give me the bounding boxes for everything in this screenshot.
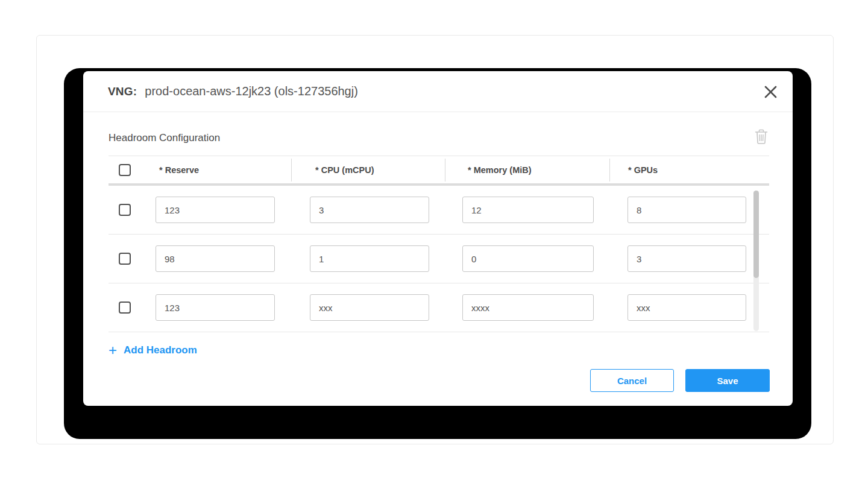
table-row bbox=[108, 186, 769, 235]
close-icon bbox=[764, 85, 778, 99]
cpu-input[interactable] bbox=[310, 294, 429, 321]
table-scrollbar-thumb[interactable] bbox=[753, 191, 759, 278]
table-row bbox=[108, 283, 769, 332]
column-header-memory: * Memory (MiB) bbox=[445, 159, 609, 182]
add-headroom-label: Add Headroom bbox=[124, 344, 197, 356]
select-all-checkbox[interactable] bbox=[119, 164, 131, 176]
header-checkbox-cell bbox=[108, 164, 148, 176]
table-scrollbar-track[interactable] bbox=[753, 191, 759, 331]
cpu-input[interactable] bbox=[310, 197, 429, 223]
save-button[interactable]: Save bbox=[685, 369, 770, 392]
close-button[interactable] bbox=[760, 81, 781, 102]
content-card: VNG: prod-ocean-aws-12jk23 (ols-127356hg… bbox=[36, 35, 834, 444]
cancel-button[interactable]: Cancel bbox=[590, 369, 674, 392]
reserve-input[interactable] bbox=[156, 294, 275, 321]
memory-input[interactable] bbox=[462, 245, 594, 272]
modal-header: VNG: prod-ocean-aws-12jk23 (ols-127356hg… bbox=[83, 71, 793, 112]
gpus-input[interactable] bbox=[627, 245, 746, 272]
row-checkbox[interactable] bbox=[119, 253, 131, 265]
column-header-gpus: * GPUs bbox=[609, 159, 769, 182]
table-row bbox=[108, 235, 769, 283]
trash-icon bbox=[755, 129, 768, 145]
cpu-input[interactable] bbox=[310, 245, 429, 272]
modal-title-label: VNG: bbox=[108, 85, 137, 98]
column-header-cpu: * CPU (mCPU) bbox=[291, 159, 445, 182]
table-header-row: * Reserve * CPU (mCPU) * Memory (MiB) * … bbox=[108, 156, 769, 183]
gpus-input[interactable] bbox=[627, 197, 746, 223]
add-headroom-button[interactable]: + Add Headroom bbox=[108, 344, 197, 357]
column-header-reserve: * Reserve bbox=[148, 165, 291, 175]
plus-icon: + bbox=[108, 344, 117, 357]
section-heading: Headroom Configuration bbox=[108, 132, 220, 144]
row-checkbox[interactable] bbox=[119, 301, 131, 314]
reserve-input[interactable] bbox=[156, 245, 275, 272]
reserve-input[interactable] bbox=[156, 197, 275, 223]
gpus-input[interactable] bbox=[627, 294, 746, 321]
section-head: Headroom Configuration bbox=[108, 129, 769, 147]
vng-headroom-modal: VNG: prod-ocean-aws-12jk23 (ols-127356hg… bbox=[83, 71, 793, 406]
modal-title-value: prod-ocean-aws-12jk23 (ols-127356hgj) bbox=[145, 84, 358, 98]
delete-selected-button[interactable] bbox=[755, 129, 768, 147]
memory-input[interactable] bbox=[462, 294, 594, 321]
headroom-table: * Reserve * CPU (mCPU) * Memory (MiB) * … bbox=[108, 156, 769, 332]
memory-input[interactable] bbox=[462, 197, 594, 223]
row-checkbox[interactable] bbox=[119, 204, 131, 216]
